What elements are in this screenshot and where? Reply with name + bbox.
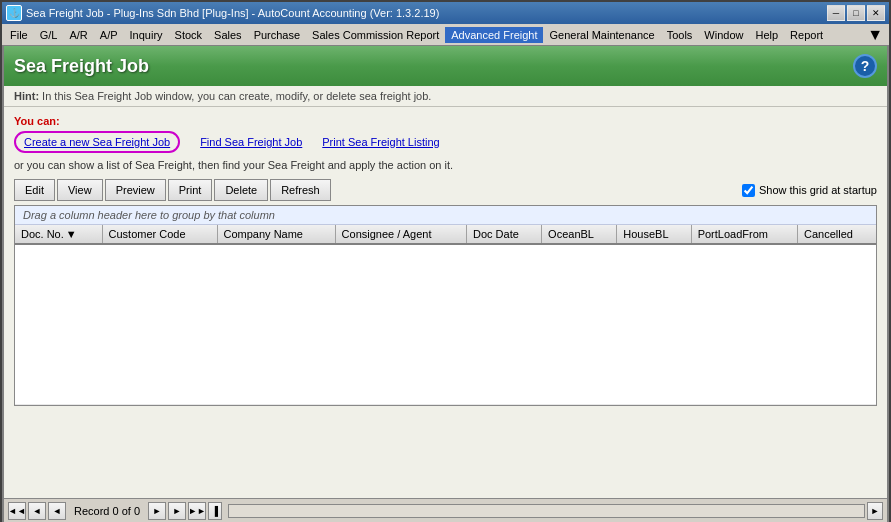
- col-label-customer-code: Customer Code: [109, 228, 186, 240]
- col-header-consignee-agent[interactable]: Consignee / Agent: [335, 225, 466, 244]
- preview-button[interactable]: Preview: [105, 179, 166, 201]
- menu-inquiry[interactable]: Inquiry: [124, 27, 169, 43]
- show-grid-label: Show this grid at startup: [742, 184, 877, 197]
- sort-icon-doc-no: ▼: [66, 228, 77, 240]
- nav-last-button[interactable]: ►►: [188, 502, 206, 520]
- empty-row-1: [15, 244, 876, 404]
- col-label-cancelled: Cancelled: [804, 228, 853, 240]
- menu-ar[interactable]: A/R: [63, 27, 93, 43]
- col-header-house-bl[interactable]: HouseBL: [617, 225, 691, 244]
- nav-next-button[interactable]: ►: [148, 502, 166, 520]
- main-window: ⚓ Sea Freight Job - Plug-Ins Sdn Bhd [Pl…: [0, 0, 891, 522]
- you-can-label: You can:: [14, 115, 877, 127]
- menu-window[interactable]: Window: [698, 27, 749, 43]
- col-header-port-load-from[interactable]: PortLoadFrom: [691, 225, 797, 244]
- menu-report[interactable]: Report: [784, 27, 829, 43]
- col-header-customer-code[interactable]: Customer Code: [102, 225, 217, 244]
- main-content: You can: Create a new Sea Freight Job Fi…: [4, 107, 887, 498]
- toolbar: Edit View Preview Print Delete Refresh S…: [14, 179, 877, 201]
- col-label-ocean-bl: OceanBL: [548, 228, 594, 240]
- record-count-text: Record 0 of 0: [74, 505, 140, 517]
- hint-bar: Hint: In this Sea Freight Job window, yo…: [4, 86, 887, 107]
- create-new-link[interactable]: Create a new Sea Freight Job: [14, 131, 180, 153]
- grid-header-row: Doc. No. ▼ Customer Code Company Name: [15, 225, 876, 244]
- find-link[interactable]: Find Sea Freight Job: [200, 136, 302, 148]
- maximize-button[interactable]: □: [847, 5, 865, 21]
- grid-table: Doc. No. ▼ Customer Code Company Name: [15, 225, 876, 405]
- page-title: Sea Freight Job: [14, 56, 149, 77]
- col-label-house-bl: HouseBL: [623, 228, 668, 240]
- print-button[interactable]: Print: [168, 179, 213, 201]
- menu-sales-commission[interactable]: Sales Commission Report: [306, 27, 445, 43]
- drag-hint: Drag a column header here to group by th…: [15, 206, 876, 225]
- menubar-dropdown-arrow[interactable]: ▼: [863, 26, 887, 44]
- col-label-doc-date: Doc Date: [473, 228, 519, 240]
- menu-stock[interactable]: Stock: [169, 27, 209, 43]
- col-label-doc-no: Doc. No.: [21, 228, 64, 240]
- col-label-consignee-agent: Consignee / Agent: [342, 228, 432, 240]
- menu-general-maintenance[interactable]: General Maintenance: [543, 27, 660, 43]
- menu-file[interactable]: File: [4, 27, 34, 43]
- col-label-company-name: Company Name: [224, 228, 303, 240]
- nav-prev-page-button[interactable]: ◄: [28, 502, 46, 520]
- titlebar: ⚓ Sea Freight Job - Plug-Ins Sdn Bhd [Pl…: [2, 2, 889, 24]
- scroll-right-button[interactable]: ►: [867, 502, 883, 520]
- menu-purchase[interactable]: Purchase: [248, 27, 306, 43]
- col-header-doc-date[interactable]: Doc Date: [466, 225, 541, 244]
- horizontal-scrollbar[interactable]: [228, 504, 865, 518]
- col-header-company-name[interactable]: Company Name: [217, 225, 335, 244]
- print-listing-link[interactable]: Print Sea Freight Listing: [322, 136, 439, 148]
- edit-button[interactable]: Edit: [14, 179, 55, 201]
- show-grid-text: Show this grid at startup: [759, 184, 877, 196]
- menu-tools[interactable]: Tools: [661, 27, 699, 43]
- menu-gl[interactable]: G/L: [34, 27, 64, 43]
- help-button[interactable]: ?: [853, 54, 877, 78]
- window-body: Sea Freight Job ? Hint: In this Sea Frei…: [2, 46, 889, 522]
- col-header-ocean-bl[interactable]: OceanBL: [542, 225, 617, 244]
- window-title: Sea Freight Job - Plug-Ins Sdn Bhd [Plug…: [26, 7, 827, 19]
- col-label-port-load-from: PortLoadFrom: [698, 228, 768, 240]
- menubar: File G/L A/R A/P Inquiry Stock Sales Pur…: [2, 24, 889, 46]
- hint-label: Hint:: [14, 90, 39, 102]
- col-header-cancelled[interactable]: Cancelled: [798, 225, 876, 244]
- hint-text: In this Sea Freight Job window, you can …: [39, 90, 431, 102]
- show-grid-checkbox[interactable]: [742, 184, 755, 197]
- nav-first-button[interactable]: ◄◄: [8, 502, 26, 520]
- menu-sales[interactable]: Sales: [208, 27, 248, 43]
- grid-body: [15, 244, 876, 404]
- app-icon: ⚓: [6, 5, 22, 21]
- close-button[interactable]: ✕: [867, 5, 885, 21]
- menu-help[interactable]: Help: [749, 27, 784, 43]
- nav-extra-button[interactable]: ▐: [208, 502, 222, 520]
- delete-button[interactable]: Delete: [214, 179, 268, 201]
- description-text: or you can show a list of Sea Freight, t…: [14, 159, 877, 171]
- col-header-doc-no[interactable]: Doc. No. ▼: [15, 225, 102, 244]
- refresh-button[interactable]: Refresh: [270, 179, 331, 201]
- nav-prev-button[interactable]: ◄: [48, 502, 66, 520]
- page-header: Sea Freight Job ?: [4, 46, 887, 86]
- view-button[interactable]: View: [57, 179, 103, 201]
- bottom-bar: ◄◄ ◄ ◄ Record 0 of 0 ► ► ►► ▐ ►: [4, 498, 887, 522]
- nav-next-page-button[interactable]: ►: [168, 502, 186, 520]
- window-controls: ─ □ ✕: [827, 5, 885, 21]
- actions-row: Create a new Sea Freight Job Find Sea Fr…: [14, 131, 877, 153]
- menu-ap[interactable]: A/P: [94, 27, 124, 43]
- data-grid: Drag a column header here to group by th…: [14, 205, 877, 406]
- minimize-button[interactable]: ─: [827, 5, 845, 21]
- menu-advanced-freight[interactable]: Advanced Freight: [445, 27, 543, 43]
